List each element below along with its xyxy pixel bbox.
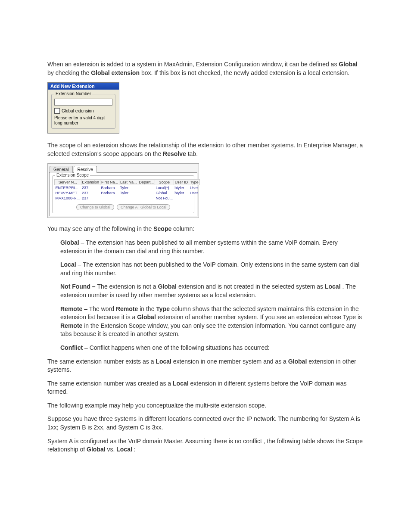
table-cell bbox=[174, 196, 189, 201]
bold: Local bbox=[325, 283, 341, 290]
bold: Conflict bbox=[60, 344, 83, 351]
table-cell bbox=[138, 190, 155, 196]
text: You may see any of the following in the bbox=[47, 225, 153, 232]
bold: Local bbox=[116, 446, 132, 453]
table-row[interactable]: HEAVY-MET...237BarbaraTylerGlobalbtylerU… bbox=[55, 190, 200, 196]
text: The scope of an extension shows the rela… bbox=[47, 142, 363, 157]
checkbox-label: Global extension bbox=[62, 109, 94, 113]
bold: Global bbox=[288, 358, 307, 365]
bold: Remote bbox=[116, 305, 138, 312]
bold: Global bbox=[87, 446, 106, 453]
example-systems: Suppose you have three systems in differ… bbox=[47, 415, 364, 432]
extension-scope-panel: General Resolve Extension Scope Server N… bbox=[47, 163, 199, 218]
bold: Local bbox=[156, 358, 171, 365]
col-server[interactable]: Server N... bbox=[55, 180, 81, 185]
add-extension-dialog: Add New Extension Extension Number Globa… bbox=[47, 82, 119, 134]
bold: Global bbox=[158, 283, 177, 290]
bullet-local: Local – The extension has not been publi… bbox=[60, 261, 364, 277]
table-cell: Tyler bbox=[119, 190, 138, 196]
text: column: bbox=[173, 225, 194, 232]
conflict-case-1: The same extension number exists as a Lo… bbox=[47, 358, 364, 374]
example-master: System A is configured as the VoIP domai… bbox=[47, 437, 364, 454]
scope-column-intro: You may see any of the following in the … bbox=[47, 225, 364, 233]
table-cell bbox=[138, 196, 155, 201]
text: : bbox=[134, 446, 136, 453]
bold: Global bbox=[60, 239, 79, 246]
text: extension in one member system and as a bbox=[173, 358, 288, 365]
bold: Remote bbox=[60, 322, 82, 329]
table-row[interactable]: ENTERPRI...237BarbaraTylerLocal(*)btyler… bbox=[55, 185, 200, 191]
intro-paragraph-2: The scope of an extension shows the rela… bbox=[47, 141, 364, 158]
checkbox-icon[interactable] bbox=[54, 108, 60, 114]
tab-resolve[interactable]: Resolve bbox=[74, 166, 97, 173]
table-cell: 237 bbox=[81, 190, 100, 196]
text: The same extension number was created as… bbox=[47, 380, 173, 387]
bold: Local bbox=[173, 380, 189, 387]
bold: Remote bbox=[60, 305, 82, 312]
bullet-not-found: Not Found – The extension is not a Globa… bbox=[60, 283, 364, 299]
change-to-global-button[interactable]: Change to Global bbox=[76, 204, 114, 210]
bullet-conflict: Conflict – Conflict happens when one of … bbox=[60, 344, 364, 352]
table-cell: Local(*) bbox=[155, 185, 174, 191]
text: extension and is not created in the sele… bbox=[178, 283, 325, 290]
button-row: Change to Global Change All Global to Lo… bbox=[54, 204, 192, 210]
table-cell: ENTERPRI... bbox=[55, 185, 81, 191]
tab-strip: General Resolve bbox=[48, 164, 199, 172]
bullet-remote: Remote – The word Remote in the Type col… bbox=[60, 305, 364, 339]
bold-resolve: Resolve bbox=[163, 150, 186, 157]
global-extension-checkbox-row[interactable]: Global extension bbox=[54, 108, 112, 114]
col-userid[interactable]: User ID bbox=[174, 180, 189, 185]
table-cell: 237 bbox=[81, 196, 100, 201]
bold-global-extension: Global extension bbox=[91, 69, 140, 76]
col-firstname[interactable]: First Na... bbox=[100, 180, 119, 185]
table-cell: MAX1000-R... bbox=[55, 196, 81, 201]
scope-legend: Extension Scope bbox=[55, 173, 90, 177]
extension-number-input[interactable] bbox=[54, 99, 112, 106]
col-depart[interactable]: Depart... bbox=[138, 180, 155, 185]
text: in the bbox=[140, 305, 156, 312]
table-cell: HEAVY-MET... bbox=[55, 190, 81, 196]
table-row[interactable]: MAX1000-R...237Not Fou... bbox=[55, 196, 200, 201]
table-cell bbox=[100, 196, 119, 201]
table-cell: btyler bbox=[174, 185, 189, 191]
text: When an extension is added to a system i… bbox=[47, 61, 339, 68]
text: – The extension has not been published t… bbox=[60, 261, 359, 277]
bold: Global bbox=[137, 314, 156, 320]
table-cell: Tyler bbox=[119, 185, 138, 191]
fieldset-legend: Extension Number bbox=[54, 91, 92, 96]
extension-number-fieldset: Extension Number Global extension Please… bbox=[51, 94, 115, 129]
bold: Type bbox=[156, 305, 170, 312]
text: box. If this box is not checked, the new… bbox=[141, 69, 349, 76]
bold-scope: Scope bbox=[153, 225, 171, 232]
tab-general[interactable]: General bbox=[50, 166, 73, 173]
text: – The word bbox=[84, 305, 116, 312]
tab-body: Extension Scope Server N... Extension Fi… bbox=[49, 172, 197, 216]
scope-table: Server N... Extension First Na... Last N… bbox=[54, 179, 200, 201]
col-type[interactable]: Type bbox=[189, 180, 200, 185]
intro-paragraph-1: When an extension is added to a system i… bbox=[47, 60, 364, 77]
text: extension of another member system. If y… bbox=[158, 314, 362, 320]
table-cell: Barbara bbox=[100, 190, 119, 196]
col-scope[interactable]: Scope bbox=[155, 180, 174, 185]
bold: Not Found – bbox=[60, 283, 97, 290]
conflict-case-2: The same extension number was created as… bbox=[47, 380, 364, 396]
table-cell: 237 bbox=[81, 185, 100, 191]
table-header-row: Server N... Extension First Na... Last N… bbox=[55, 180, 200, 185]
table-cell: User bbox=[189, 190, 200, 196]
table-cell: Barbara bbox=[100, 185, 119, 191]
example-intro: The following example may help you conce… bbox=[47, 401, 364, 410]
table-cell bbox=[138, 185, 155, 191]
change-all-global-to-local-button[interactable]: Change All Global to Local bbox=[117, 204, 170, 210]
bold: Local bbox=[60, 261, 76, 268]
text: – The extension has been published to al… bbox=[60, 239, 338, 255]
col-lastname[interactable]: Last Na... bbox=[119, 180, 138, 185]
text: vs. bbox=[107, 446, 117, 453]
document-page: When an extension is added to a system i… bbox=[0, 0, 411, 485]
col-extension[interactable]: Extension bbox=[81, 180, 100, 185]
table-cell bbox=[189, 196, 200, 201]
dialog-body: Extension Number Global extension Please… bbox=[48, 90, 119, 133]
text: by checking the bbox=[47, 69, 91, 76]
table-cell: Not Fou... bbox=[155, 196, 174, 201]
table-cell: User bbox=[189, 185, 200, 191]
table-cell: Global bbox=[155, 190, 174, 196]
